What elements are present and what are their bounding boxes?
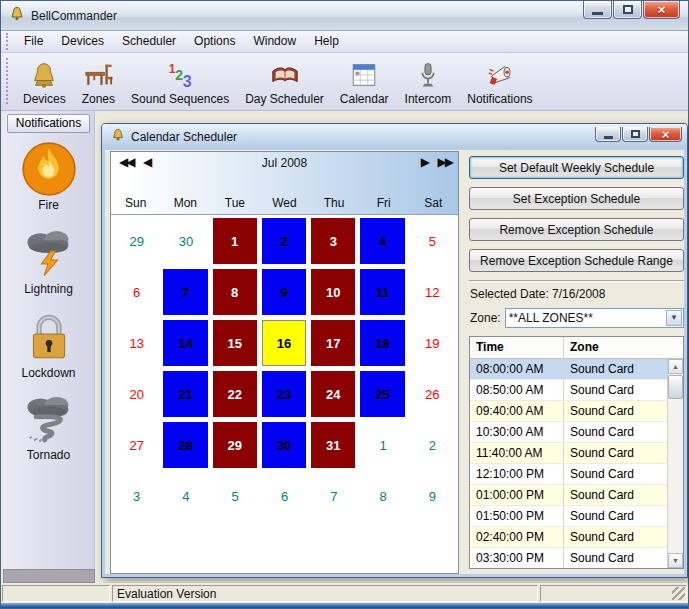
menu-item-window[interactable]: Window — [244, 31, 305, 52]
calendar-day-8[interactable]: 8 — [358, 471, 407, 522]
calendar-day-2[interactable]: 2 — [260, 216, 309, 267]
calendar-day-9[interactable]: 9 — [408, 471, 457, 522]
sidebar-item-tornado[interactable]: Tornado — [3, 391, 94, 462]
zone-dropdown-button[interactable]: ▼ — [666, 310, 682, 326]
calendar-day-18[interactable]: 18 — [358, 318, 407, 369]
toolbar-gripper[interactable] — [6, 58, 11, 104]
status-text: Evaluation Version — [112, 585, 538, 602]
menu-item-options[interactable]: Options — [185, 31, 244, 52]
calendar-day-5[interactable]: 5 — [211, 471, 260, 522]
calendar-day-number: 29 — [213, 422, 257, 468]
dialog-close-button[interactable]: × — [649, 127, 682, 142]
sound-sequences-icon: 123 — [165, 58, 195, 92]
remove-exception-schedule-range-button[interactable]: Remove Exception Schedule Range — [469, 249, 684, 272]
table-scrollbar[interactable]: ▲ ▼ — [667, 359, 683, 568]
calendar-day-20[interactable]: 20 — [112, 369, 161, 420]
maximize-button[interactable] — [613, 1, 642, 19]
schedule-row[interactable]: 01:00:00 PMSound Card — [470, 485, 667, 506]
calendar-day-8[interactable]: 8 — [211, 267, 260, 318]
schedule-row[interactable]: 09:40:00 AMSound Card — [470, 401, 667, 422]
calendar-day-30[interactable]: 30 — [161, 216, 210, 267]
schedule-row[interactable]: 10:30:00 AMSound Card — [470, 422, 667, 443]
close-button[interactable]: × — [643, 1, 680, 19]
scroll-down-icon[interactable]: ▼ — [668, 553, 683, 568]
zone-column-header[interactable]: Zone — [564, 337, 683, 358]
zone-select[interactable]: **ALL ZONES** ▼ — [505, 308, 684, 328]
calendar-next-icon[interactable]: ▶ — [421, 155, 428, 169]
calendar-day-29[interactable]: 29 — [211, 420, 260, 471]
scroll-up-icon[interactable]: ▲ — [668, 359, 683, 374]
calendar-day-29[interactable]: 29 — [112, 216, 161, 267]
calendar-day-30[interactable]: 30 — [260, 420, 309, 471]
calendar-day-1[interactable]: 1 — [211, 216, 260, 267]
toolbar-item-day-scheduler[interactable]: Day Scheduler — [237, 53, 332, 110]
calendar-day-23[interactable]: 23 — [260, 369, 309, 420]
remove-exception-schedule-button[interactable]: Remove Exception Schedule — [469, 218, 684, 241]
calendar-day-7[interactable]: 7 — [161, 267, 210, 318]
schedule-row[interactable]: 11:40:00 AMSound Card — [470, 443, 667, 464]
schedule-row[interactable]: 08:50:00 AMSound Card — [470, 380, 667, 401]
calendar-day-1[interactable]: 1 — [358, 420, 407, 471]
calendar-day-16[interactable]: 16 — [260, 318, 309, 369]
calendar-last-icon[interactable]: ▶▶ — [438, 155, 452, 169]
menu-item-file[interactable]: File — [15, 31, 52, 52]
schedule-row[interactable]: 12:10:00 PMSound Card — [470, 464, 667, 485]
dialog-maximize-button[interactable] — [622, 127, 648, 142]
calendar-day-28[interactable]: 28 — [161, 420, 210, 471]
calendar-day-7[interactable]: 7 — [309, 471, 358, 522]
menu-item-devices[interactable]: Devices — [52, 31, 113, 52]
calendar-day-2[interactable]: 2 — [408, 420, 457, 471]
toolbar-item-sound-sequences[interactable]: 123Sound Sequences — [123, 53, 237, 110]
calendar-day-27[interactable]: 27 — [112, 420, 161, 471]
calendar-day-19[interactable]: 19 — [408, 318, 457, 369]
sidebar-item-fire[interactable]: Fire — [3, 141, 94, 212]
calendar-day-25[interactable]: 25 — [358, 369, 407, 420]
time-column-header[interactable]: Time — [470, 337, 564, 358]
calendar-day-31[interactable]: 31 — [309, 420, 358, 471]
menu-item-scheduler[interactable]: Scheduler — [113, 31, 185, 52]
calendar-day-number: 6 — [112, 267, 161, 318]
calendar-day-21[interactable]: 21 — [161, 369, 210, 420]
calendar-day-number: 13 — [112, 318, 161, 369]
schedule-row[interactable]: 03:30:00 PMSound Card — [470, 548, 667, 569]
calendar-day-4[interactable]: 4 — [161, 471, 210, 522]
calendar-day-15[interactable]: 15 — [211, 318, 260, 369]
calendar-day-22[interactable]: 22 — [211, 369, 260, 420]
toolbar-item-devices[interactable]: Devices — [15, 53, 74, 110]
scrollbar-thumb[interactable] — [668, 375, 683, 399]
set-exception-schedule-button[interactable]: Set Exception Schedule — [469, 187, 684, 210]
schedule-row[interactable]: 08:00:00 AMSound Card — [470, 359, 667, 380]
schedule-row[interactable]: 01:50:00 PMSound Card — [470, 506, 667, 527]
toolbar-item-calendar[interactable]: Calendar — [332, 53, 397, 110]
calendar-day-13[interactable]: 13 — [112, 318, 161, 369]
notifications-tab[interactable]: Notifications — [7, 114, 90, 133]
calendar-day-12[interactable]: 12 — [408, 267, 457, 318]
calendar-day-6[interactable]: 6 — [112, 267, 161, 318]
calendar-day-4[interactable]: 4 — [358, 216, 407, 267]
menu-item-help[interactable]: Help — [305, 31, 348, 52]
set-default-weekly-schedule-button[interactable]: Set Default Weekly Schedule — [469, 156, 684, 179]
calendar-day-11[interactable]: 11 — [358, 267, 407, 318]
calendar-day-3[interactable]: 3 — [112, 471, 161, 522]
minimize-button[interactable] — [583, 1, 612, 19]
calendar-day-9[interactable]: 9 — [260, 267, 309, 318]
menubar-gripper[interactable] — [6, 33, 11, 50]
toolbar-item-notifications[interactable]: Notifications — [459, 53, 540, 110]
schedule-row[interactable]: 02:40:00 PMSound Card — [470, 527, 667, 548]
toolbar-item-zones[interactable]: Zones — [74, 53, 123, 110]
sidebar-item-lockdown[interactable]: Lockdown — [3, 307, 94, 380]
calendar-day-3[interactable]: 3 — [309, 216, 358, 267]
toolbar-item-intercom[interactable]: Intercom — [397, 53, 460, 110]
calendar-day-10[interactable]: 10 — [309, 267, 358, 318]
resize-grip[interactable] — [672, 587, 685, 600]
fire-icon — [3, 141, 94, 197]
dialog-minimize-button[interactable] — [595, 127, 621, 142]
calendar-day-17[interactable]: 17 — [309, 318, 358, 369]
calendar-day-6[interactable]: 6 — [260, 471, 309, 522]
calendar-day-24[interactable]: 24 — [309, 369, 358, 420]
sidebar-item-lightning[interactable]: Lightning — [3, 223, 94, 296]
calendar-day-14[interactable]: 14 — [161, 318, 210, 369]
calendar-day-26[interactable]: 26 — [408, 369, 457, 420]
calendar-day-5[interactable]: 5 — [408, 216, 457, 267]
calendar-day-number: 14 — [163, 320, 207, 366]
